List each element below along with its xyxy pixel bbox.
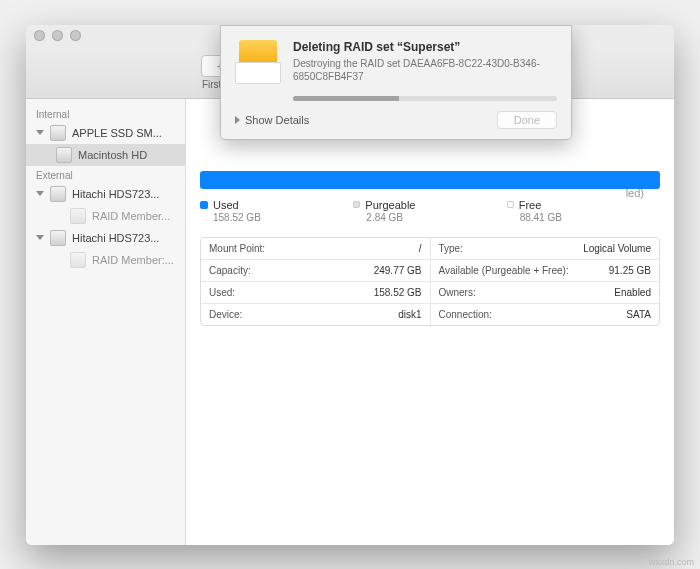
legend-swatch bbox=[507, 201, 514, 208]
info-row: Device:disk1Connection:SATA bbox=[201, 304, 659, 325]
sidebar-item[interactable]: Hitachi HDS723... bbox=[26, 183, 185, 205]
info-row: Capacity:249.77 GBAvailable (Purgeable +… bbox=[201, 260, 659, 282]
info-cell: Used:158.52 GB bbox=[201, 282, 431, 303]
info-key: Available (Purgeable + Free): bbox=[439, 265, 569, 276]
legend-value: 88.41 GB bbox=[520, 212, 660, 223]
info-value: / bbox=[419, 243, 422, 254]
info-key: Connection: bbox=[439, 309, 492, 320]
info-value: 249.77 GB bbox=[374, 265, 422, 276]
info-key: Device: bbox=[209, 309, 242, 320]
legend-value: 158.52 GB bbox=[213, 212, 353, 223]
info-key: Mount Point: bbox=[209, 243, 265, 254]
info-row: Mount Point:/Type:Logical Volume bbox=[201, 238, 659, 260]
volume-icon bbox=[70, 252, 86, 268]
disclosure-triangle-icon[interactable] bbox=[36, 235, 44, 240]
legend-label: Free bbox=[519, 199, 542, 211]
progress-dialog: Deleting RAID set “Superset” Destroying … bbox=[220, 25, 572, 140]
drive-icon bbox=[50, 230, 66, 246]
info-value: 91.25 GB bbox=[609, 265, 651, 276]
legend-label: Purgeable bbox=[365, 199, 415, 211]
info-value: disk1 bbox=[398, 309, 421, 320]
sidebar-item-label: Hitachi HDS723... bbox=[72, 232, 159, 244]
sidebar-volume[interactable]: RAID Member... bbox=[26, 205, 185, 227]
main-panel: led) Used158.52 GBPurgeable2.84 GBFree88… bbox=[186, 99, 674, 545]
legend-swatch bbox=[200, 201, 208, 209]
info-value: Logical Volume bbox=[583, 243, 651, 254]
disclosure-triangle-icon[interactable] bbox=[36, 191, 44, 196]
info-cell: Mount Point:/ bbox=[201, 238, 431, 259]
dialog-title: Deleting RAID set “Superset” bbox=[293, 40, 557, 54]
sidebar-item-label: RAID Member:... bbox=[92, 254, 174, 266]
volume-icon bbox=[56, 147, 72, 163]
legend-item: Free88.41 GB bbox=[507, 199, 660, 223]
usage-legend: Used158.52 GBPurgeable2.84 GBFree88.41 G… bbox=[200, 199, 660, 223]
sidebar-item[interactable]: Hitachi HDS723... bbox=[26, 227, 185, 249]
legend-value: 2.84 GB bbox=[366, 212, 506, 223]
info-key: Type: bbox=[439, 243, 463, 254]
show-details-label: Show Details bbox=[245, 114, 309, 126]
sidebar-item-label: APPLE SSD SM... bbox=[72, 127, 162, 139]
info-cell: Type:Logical Volume bbox=[431, 238, 660, 259]
sidebar-item-label: Hitachi HDS723... bbox=[72, 188, 159, 200]
info-value: 158.52 GB bbox=[374, 287, 422, 298]
show-details-toggle[interactable]: Show Details bbox=[235, 114, 309, 126]
body: InternalAPPLE SSD SM...Macintosh HDExter… bbox=[26, 99, 674, 545]
legend-swatch bbox=[353, 201, 360, 208]
info-key: Used: bbox=[209, 287, 235, 298]
disk-icon bbox=[235, 40, 281, 86]
sidebar-volume[interactable]: Macintosh HD bbox=[26, 144, 185, 166]
disclosure-triangle-icon[interactable] bbox=[36, 130, 44, 135]
sidebar-item-label: RAID Member... bbox=[92, 210, 170, 222]
sidebar: InternalAPPLE SSD SM...Macintosh HDExter… bbox=[26, 99, 186, 545]
watermark: wsxdn.com bbox=[649, 557, 694, 567]
window: Disk Utility +First Aid◔Partition⌫Erase↻… bbox=[26, 25, 674, 545]
hidden-text: led) bbox=[626, 187, 644, 199]
legend-item: Purgeable2.84 GB bbox=[353, 199, 506, 223]
legend-label: Used bbox=[213, 199, 239, 211]
drive-icon bbox=[50, 186, 66, 202]
done-button: Done bbox=[497, 111, 557, 129]
drive-icon bbox=[50, 125, 66, 141]
info-cell: Device:disk1 bbox=[201, 304, 431, 325]
sidebar-header: External bbox=[26, 166, 185, 183]
info-key: Owners: bbox=[439, 287, 476, 298]
sidebar-header: Internal bbox=[26, 105, 185, 122]
info-table: Mount Point:/Type:Logical VolumeCapacity… bbox=[200, 237, 660, 326]
chevron-right-icon bbox=[235, 116, 240, 124]
info-row: Used:158.52 GBOwners:Enabled bbox=[201, 282, 659, 304]
info-cell: Capacity:249.77 GB bbox=[201, 260, 431, 281]
usage-bar bbox=[200, 171, 660, 189]
info-value: Enabled bbox=[614, 287, 651, 298]
info-cell: Available (Purgeable + Free):91.25 GB bbox=[431, 260, 660, 281]
sidebar-item[interactable]: APPLE SSD SM... bbox=[26, 122, 185, 144]
legend-item: Used158.52 GB bbox=[200, 199, 353, 223]
info-value: SATA bbox=[626, 309, 651, 320]
sidebar-volume[interactable]: RAID Member:... bbox=[26, 249, 185, 271]
sidebar-item-label: Macintosh HD bbox=[78, 149, 147, 161]
info-cell: Connection:SATA bbox=[431, 304, 660, 325]
volume-icon bbox=[70, 208, 86, 224]
progress-bar bbox=[293, 96, 557, 101]
info-cell: Owners:Enabled bbox=[431, 282, 660, 303]
dialog-subtitle: Destroying the RAID set DAEAA6FB-8C22-43… bbox=[293, 57, 557, 83]
info-key: Capacity: bbox=[209, 265, 251, 276]
